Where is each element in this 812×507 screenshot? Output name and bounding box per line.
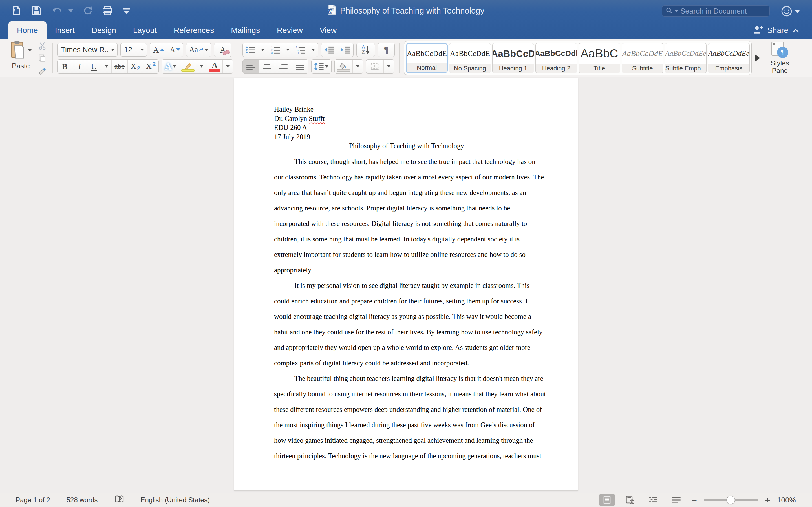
justify-button[interactable] [292, 60, 308, 73]
document-line[interactable]: how video games initiated engaged, stren… [274, 433, 539, 448]
page-indicator[interactable]: Page 1 of 2 [15, 496, 50, 504]
show-paragraph-marks-button[interactable]: ¶ [378, 43, 395, 57]
document-line[interactable]: This course, though short, has helped me… [274, 154, 539, 169]
tab-view[interactable]: View [311, 21, 345, 40]
redo-icon[interactable] [83, 6, 93, 15]
align-right-button[interactable] [275, 60, 292, 73]
style-title[interactable]: AaBbCTitle [578, 43, 620, 73]
numbering-button[interactable]: 123 [268, 43, 283, 57]
highlight-button[interactable] [179, 60, 197, 73]
font-size-select[interactable]: 12 [120, 43, 147, 57]
feedback-smiley-icon[interactable] [781, 6, 792, 18]
superscript-button[interactable]: X2 [143, 60, 158, 73]
document-line[interactable]: incorporated with these resources. Digit… [274, 216, 539, 231]
tab-references[interactable]: References [165, 21, 222, 40]
grow-font-button[interactable]: A [150, 43, 167, 57]
copy-button[interactable] [37, 54, 48, 63]
print-icon[interactable] [102, 6, 113, 16]
draft-view-button[interactable] [668, 494, 684, 506]
document-line[interactable]: and appropriately they would open up a w… [274, 340, 539, 355]
format-painter-button[interactable] [37, 66, 48, 75]
undo-icon[interactable] [51, 6, 63, 15]
document-line[interactable]: It is my personal vision to see digital … [274, 278, 539, 293]
document-line[interactable]: extremely important for students to lear… [274, 247, 539, 262]
document-instructor-line[interactable]: Dr. Carolyn Stufft [274, 114, 539, 123]
share-button[interactable]: Share [753, 21, 799, 40]
font-name-select[interactable]: Times New R... [57, 43, 117, 57]
tab-insert[interactable]: Insert [47, 21, 83, 40]
save-icon[interactable] [32, 6, 42, 16]
paste-dropdown-icon[interactable] [28, 49, 32, 52]
zoom-level[interactable]: 100% [777, 496, 800, 504]
cut-button[interactable] [37, 41, 48, 51]
style-no-spacing[interactable]: AaBbCcDdENo Spacing [449, 43, 491, 73]
word-count[interactable]: 528 words [66, 496, 98, 504]
underline-button[interactable]: U [87, 60, 101, 73]
borders-dropdown[interactable] [384, 60, 394, 73]
paste-button[interactable]: Paste [7, 41, 35, 70]
document-line[interactable]: complex parts of digital literacy could … [274, 355, 539, 371]
zoom-out-button[interactable]: − [691, 495, 697, 505]
highlight-dropdown[interactable] [197, 60, 207, 73]
document-line[interactable]: appropriately. [274, 262, 539, 278]
proofing-status-icon[interactable] [114, 495, 124, 505]
style-subtle-emph-[interactable]: AaBbCcDdEeSubtle Emph... [665, 43, 707, 73]
shading-dropdown[interactable] [353, 60, 363, 73]
increase-indent-button[interactable] [338, 43, 353, 57]
document-line[interactable]: only area that hasn’t quite caught up an… [274, 185, 539, 200]
change-case-button[interactable]: Aa [186, 43, 211, 57]
web-layout-view-button[interactable] [622, 494, 638, 506]
search-box[interactable] [662, 5, 770, 17]
align-left-button[interactable] [243, 60, 259, 73]
document-line[interactable]: advancing resource, are schools. Proper … [274, 200, 539, 216]
document-line[interactable]: these different resources empowers deep … [274, 402, 539, 417]
styles-pane-button[interactable]: ¶ Styles Pane [763, 42, 797, 74]
multilevel-dropdown[interactable] [308, 43, 318, 57]
clear-formatting-button[interactable]: A [214, 43, 231, 57]
zoom-slider-thumb[interactable] [726, 496, 735, 504]
document-line[interactable]: specifically bound to using internet res… [274, 386, 539, 402]
style-subtitle[interactable]: AaBbCcDdESubtitle [622, 43, 663, 73]
document-line[interactable]: habit and one they could use for the res… [274, 324, 539, 340]
tab-home[interactable]: Home [8, 21, 47, 40]
document-line[interactable]: our classrooms. Technology has rapidly t… [274, 169, 539, 185]
document-author-line[interactable]: Hailey Brinke [274, 105, 539, 114]
document-title[interactable]: Philosophy of Teaching with Technology [274, 142, 539, 151]
tab-mailings[interactable]: Mailings [222, 21, 268, 40]
undo-dropdown-icon[interactable] [68, 9, 73, 12]
shading-button[interactable] [335, 60, 353, 73]
borders-button[interactable] [366, 60, 384, 73]
bullets-dropdown[interactable] [258, 43, 268, 57]
multilevel-list-button[interactable]: 1ai [293, 43, 308, 57]
font-name-dropdown-icon[interactable] [111, 49, 114, 51]
shrink-font-button[interactable]: A [167, 43, 183, 57]
align-center-button[interactable] [259, 60, 275, 73]
document-line[interactable]: thirteen principles. Technology is the n… [274, 448, 539, 464]
style-normal[interactable]: AaBbCcDdENormal [406, 43, 448, 73]
tab-review[interactable]: Review [268, 21, 311, 40]
sort-button[interactable]: A Z [357, 43, 375, 57]
new-document-icon[interactable] [12, 6, 22, 16]
strikethrough-button[interactable]: abe [112, 60, 128, 73]
subscript-button[interactable]: X2 [128, 60, 143, 73]
document-line[interactable]: would encourage teaching digital literac… [274, 309, 539, 324]
underline-dropdown[interactable] [101, 60, 112, 73]
language-indicator[interactable]: English (United States) [141, 496, 210, 504]
toolbar-options-icon[interactable] [122, 7, 131, 14]
ribbon-collapse-chevron-icon[interactable] [792, 26, 799, 35]
outline-view-button[interactable] [645, 494, 661, 506]
search-scope-chevron-icon[interactable] [675, 10, 678, 12]
search-input[interactable] [680, 7, 765, 15]
numbering-dropdown[interactable] [283, 43, 293, 57]
tab-design[interactable]: Design [83, 21, 124, 40]
document-line[interactable]: The beautiful thing about teachers learn… [274, 371, 539, 386]
document-line[interactable]: could enrich education and prepare child… [274, 293, 539, 309]
document-date-line[interactable]: 17 July 2019 [274, 132, 539, 142]
print-layout-view-button[interactable] [599, 494, 615, 506]
bold-button[interactable]: B [57, 60, 72, 73]
document-line[interactable]: children, it is something that must be l… [274, 231, 539, 247]
style-heading-2[interactable]: AaBbCcDdlHeading 2 [536, 43, 577, 73]
line-spacing-button[interactable] [312, 60, 331, 73]
document-line[interactable]: the most inspiring things I learned duri… [274, 417, 539, 433]
font-size-dropdown-icon[interactable] [140, 49, 144, 51]
